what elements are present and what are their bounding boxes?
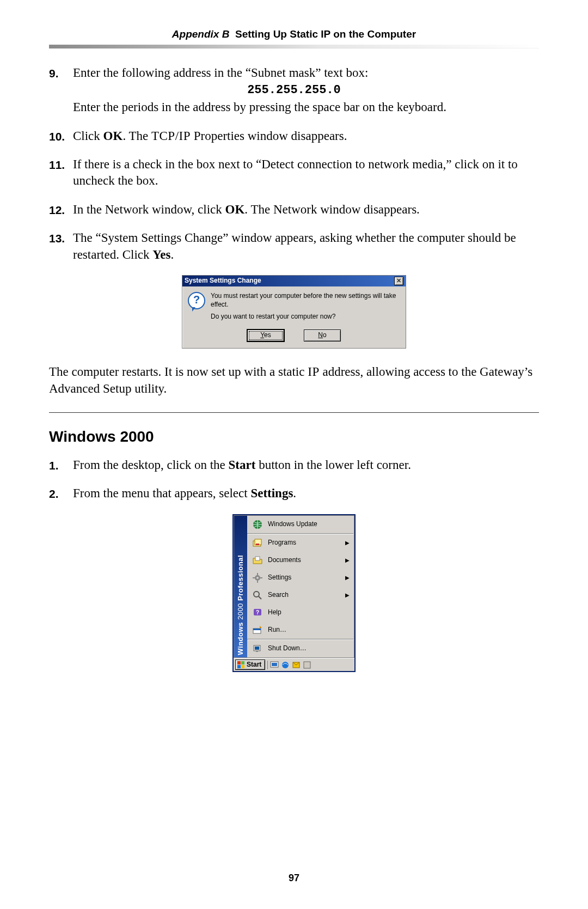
svg-rect-3 [256,544,259,545]
step-text: Click OK. The TCP/IP Properties window d… [73,128,539,144]
menu-item-documents[interactable]: Documents ▶ [247,552,354,569]
menu-label: Documents [268,556,301,565]
help-icon: ? [252,607,264,618]
svg-point-6 [256,577,259,579]
page-number: 97 [0,873,588,884]
run-icon [252,625,264,636]
dialog-message: You must restart your computer before th… [211,292,400,324]
menu-label: Run… [268,626,286,635]
menu-label: Settings [268,574,291,582]
svg-rect-9 [253,577,255,578]
steps-windows-2000: 1. From the desktop, click on the Start … [49,457,539,502]
step-number: 10. [49,128,73,144]
dialog-figure: System Settings Change ✕ ? You must rest… [49,275,539,349]
dialog-titlebar: System Settings Change ✕ [182,276,406,286]
menu-item-run[interactable]: Run… [247,621,354,639]
submenu-arrow-icon: ▶ [345,591,350,599]
step-2: 2. From the menu that appears, select Se… [49,485,539,502]
step-number: 12. [49,202,73,218]
ie-tray-icon[interactable] [281,661,290,669]
svg-rect-16 [253,629,261,630]
submenu-arrow-icon: ▶ [345,539,350,546]
svg-rect-21 [241,661,244,664]
svg-rect-23 [241,665,244,668]
appendix-title: Setting Up Static IP on the Computer [235,28,416,40]
start-menu-figure: Windows 2000 Professional Windows Update [49,514,539,673]
windows-logo-icon [237,661,245,669]
menu-item-shutdown[interactable]: Shut Down… [247,640,354,657]
step-number: 13. [49,230,73,246]
body-text: 9. Enter the following address in the “S… [49,65,539,672]
start-menu-items: Windows Update Programs ▶ [247,516,354,657]
start-label: Start [247,661,261,669]
after-dialog-text: The computer restarts. It is now set up … [49,364,539,397]
menu-item-programs[interactable]: Programs ▶ [247,534,354,552]
taskbar: Start [234,658,354,672]
section-heading-windows-2000: Windows 2000 [49,427,539,447]
question-icon: ? [188,292,205,309]
menu-label: Search [268,591,289,600]
svg-rect-22 [237,665,241,668]
menu-item-search[interactable]: Search ▶ [247,587,354,604]
quick-launch [267,661,311,669]
step-1: 1. From the desktop, click on the Start … [49,457,539,473]
search-icon [252,590,264,601]
submenu-arrow-icon: ▶ [345,557,350,564]
dialog-buttons: Yes No [182,326,406,348]
submenu-arrow-icon: ▶ [345,574,350,581]
menu-label: Help [268,608,281,617]
step-10: 10. Click OK. The TCP/IP Properties wind… [49,128,539,144]
section-rule [49,412,539,413]
step-text: If there is a check in the box next to “… [73,156,539,190]
dialog-content: ? You must restart your computer before … [182,286,406,326]
menu-item-windows-update[interactable]: Windows Update [247,516,354,533]
close-icon[interactable]: ✕ [394,277,403,285]
step-number: 9. [49,65,73,81]
menu-item-help[interactable]: ? Help [247,604,354,621]
svg-rect-19 [256,651,258,652]
svg-point-26 [282,662,289,668]
menu-label: Windows Update [268,520,317,529]
steps-continued: 9. Enter the following address in the “S… [49,65,539,263]
svg-rect-8 [257,581,258,583]
globe-icon [252,519,264,530]
subnet-mask-code: 255.255.255.0 [49,82,539,98]
svg-rect-20 [237,661,241,664]
svg-rect-18 [255,646,259,650]
step-number: 11. [49,156,73,173]
yes-button[interactable]: Yes [247,330,284,341]
desktop-tray-icon[interactable] [270,661,279,669]
shutdown-icon [252,643,264,654]
page: Appendix B Setting Up Static IP on the C… [0,0,588,909]
step-number: 1. [49,457,73,473]
running-head: Appendix B Setting Up Static IP on the C… [49,28,539,40]
svg-point-11 [254,591,259,597]
outlook-tray-icon[interactable] [292,661,301,669]
start-button[interactable]: Start [235,660,265,670]
programs-icon [252,538,264,548]
start-menu: Windows 2000 Professional Windows Update [232,514,356,673]
step-text: From the desktop, click on the Start but… [73,457,539,473]
svg-line-12 [259,596,261,599]
svg-rect-7 [257,573,258,575]
step-9: 9. Enter the following address in the “S… [49,65,539,116]
start-menu-sidebar: Windows 2000 Professional [234,516,247,657]
system-settings-change-dialog: System Settings Change ✕ ? You must rest… [182,275,406,349]
gear-icon [252,572,264,583]
no-button[interactable]: No [304,330,341,341]
dialog-title: System Settings Change [185,277,261,285]
menu-item-settings[interactable]: Settings ▶ [247,569,354,587]
step-text: In the Network window, click OK. The Net… [73,202,539,218]
menu-label: Shut Down… [268,644,307,653]
header-rule [49,45,539,48]
tray-icon[interactable] [303,661,311,669]
svg-rect-10 [260,577,262,578]
step-text: The “System Settings Change” window appe… [73,230,539,263]
documents-icon [252,555,264,566]
svg-rect-25 [272,663,277,666]
step-text: Enter the following address in the “Subn… [73,65,539,116]
step-13: 13. The “System Settings Change” window … [49,230,539,263]
appendix-label: Appendix B [172,28,230,40]
step-11: 11. If there is a check in the box next … [49,156,539,190]
menu-label: Programs [268,539,296,547]
